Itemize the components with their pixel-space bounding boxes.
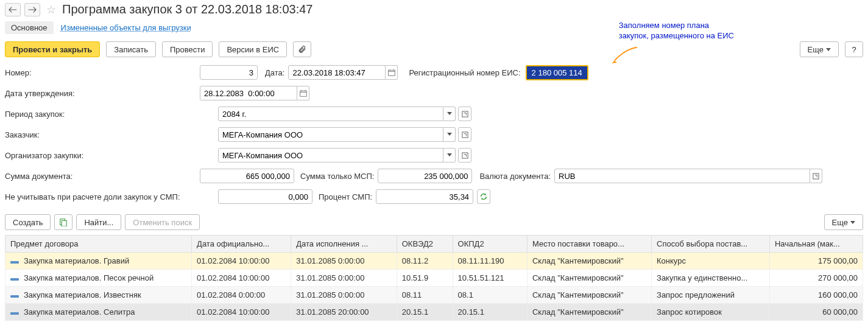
cell-method: Конкурс: [652, 253, 770, 270]
forward-button[interactable]: [24, 3, 40, 16]
period-dropdown-button[interactable]: [443, 107, 456, 121]
cell-subject: Закупка материалов. Гравий: [24, 256, 129, 265]
help-button[interactable]: ?: [845, 41, 863, 57]
reg-eis-value[interactable]: 2 180 005 114: [526, 65, 588, 80]
cell-place: Склад "Кантемировский": [527, 253, 651, 270]
arrow-right-icon: [28, 6, 37, 13]
cell-price: 270 000,00: [769, 270, 863, 287]
cell-place: Склад "Кантемировский": [527, 270, 651, 287]
versions-eis-button[interactable]: Версии в ЕИС: [219, 41, 287, 57]
smp-exclude-label: Не учитывать при расчете доли закупок у …: [5, 192, 218, 201]
favorite-icon[interactable]: ☆: [46, 3, 56, 16]
cell-subject: Закупка материалов. Песок речной: [24, 273, 153, 282]
cell-subject: Закупка материалов. Известняк: [24, 290, 141, 299]
chevron-down-icon: [447, 112, 452, 116]
row-bullet-icon: [10, 295, 19, 298]
customer-open-button[interactable]: [458, 127, 471, 142]
th-date-exec[interactable]: Дата исполнения ...: [291, 236, 397, 253]
cell-date-official: 01.02.2084 10:00:00: [192, 253, 291, 270]
tab-main[interactable]: Основное: [5, 21, 54, 34]
svg-rect-0: [389, 70, 395, 75]
svg-rect-9: [462, 131, 467, 137]
cell-date-exec: 31.01.2085 20:00:00: [291, 304, 397, 321]
svg-rect-8: [462, 111, 467, 116]
organizer-open-button[interactable]: [458, 148, 471, 163]
save-button[interactable]: Записать: [106, 41, 156, 57]
arrow-left-icon: [9, 6, 17, 13]
th-date-official[interactable]: Дата официально...: [192, 236, 291, 253]
date-label: Дата:: [265, 68, 284, 77]
attachments-button[interactable]: [293, 41, 311, 57]
msp-sum-label: Сумма только МСП:: [300, 172, 374, 181]
table-row[interactable]: Закупка материалов. Гравий01.02.2084 10:…: [5, 253, 863, 270]
back-button[interactable]: [5, 3, 21, 16]
th-okved2[interactable]: ОКВЭД2: [397, 236, 453, 253]
chevron-down-icon: [447, 133, 452, 136]
customer-dropdown-button[interactable]: [443, 127, 456, 142]
currency-label: Валюта документа:: [479, 172, 551, 181]
table-row[interactable]: Закупка материалов. Песок речной01.02.20…: [5, 270, 863, 287]
copy-icon: [59, 218, 68, 226]
copy-button[interactable]: [54, 214, 72, 230]
cell-okpd2: 08.1: [453, 287, 527, 304]
post-and-close-button[interactable]: Провести и закрыть: [5, 41, 100, 57]
toolbar-more-button[interactable]: Еще: [800, 41, 839, 57]
post-button[interactable]: Провести: [162, 41, 213, 57]
table-row[interactable]: Закупка материалов. Известняк01.02.2084 …: [5, 287, 863, 304]
cell-price: 60 000,00: [769, 304, 863, 321]
customer-input[interactable]: [218, 127, 443, 142]
msp-sum-input[interactable]: [378, 169, 472, 183]
cell-method: Запрос предложений: [652, 287, 770, 304]
th-place[interactable]: Место поставки товаро...: [527, 236, 651, 253]
organizer-input[interactable]: [218, 148, 443, 163]
cell-okpd2: 10.51.51.121: [453, 270, 527, 287]
svg-rect-11: [813, 173, 819, 178]
number-label: Номер:: [5, 68, 200, 77]
doc-sum-input[interactable]: [200, 169, 294, 183]
page-title: Программа закупок 3 от 22.03.2018 18:03:…: [62, 2, 312, 16]
tab-changed-objects[interactable]: Измененные объекты для выгрузки: [61, 23, 191, 32]
cell-method: Запрос котировок: [652, 304, 770, 321]
smp-refresh-button[interactable]: [477, 189, 490, 204]
table-row[interactable]: Закупка материалов. Селитра01.02.2084 10…: [5, 304, 863, 321]
period-open-button[interactable]: [458, 107, 471, 121]
purchases-table: Предмет договора Дата официально... Дата…: [5, 235, 863, 321]
paperclip-icon: [298, 45, 306, 54]
cell-date-exec: 31.01.2085 0:00:00: [291, 287, 397, 304]
currency-open-button[interactable]: [810, 169, 822, 183]
create-button[interactable]: Создать: [5, 214, 51, 230]
svg-rect-4: [300, 91, 306, 96]
cell-okpd2: 20.15.1: [453, 304, 527, 321]
period-label: Период закупок:: [5, 110, 218, 119]
th-okpd2[interactable]: ОКПД2: [453, 236, 527, 253]
smp-percent-input[interactable]: [376, 189, 473, 204]
number-input[interactable]: [200, 65, 258, 80]
cell-okved2: 08.11: [397, 287, 453, 304]
cell-place: Склад "Кантемировский": [527, 304, 651, 321]
table-more-button[interactable]: Еще: [824, 214, 863, 230]
open-icon: [813, 173, 819, 180]
date-calendar-button[interactable]: [386, 65, 398, 80]
approval-date-calendar-button[interactable]: [297, 86, 309, 100]
currency-input[interactable]: [554, 169, 810, 183]
smp-percent-label: Процент СМП:: [319, 192, 372, 201]
find-button[interactable]: Найти...: [76, 214, 121, 230]
chevron-down-icon: [447, 153, 452, 157]
smp-exclude-input[interactable]: [218, 189, 312, 204]
refresh-icon: [479, 192, 488, 201]
svg-rect-10: [462, 152, 467, 158]
th-initial-price[interactable]: Начальная (мак...: [769, 236, 863, 253]
cell-okved2: 08.11.2: [397, 253, 453, 270]
row-bullet-icon: [10, 278, 19, 281]
svg-rect-13: [62, 220, 67, 226]
approval-date-input[interactable]: [200, 86, 297, 100]
row-bullet-icon: [10, 312, 19, 315]
period-input[interactable]: [218, 107, 443, 121]
organizer-dropdown-button[interactable]: [443, 148, 456, 163]
calendar-icon: [300, 89, 307, 97]
doc-sum-label: Сумма документа:: [5, 172, 200, 181]
cell-okved2: 10.51.9: [397, 270, 453, 287]
date-input[interactable]: [288, 65, 386, 80]
th-method[interactable]: Способ выбора постав...: [652, 236, 770, 253]
th-subject[interactable]: Предмет договора: [5, 236, 192, 253]
